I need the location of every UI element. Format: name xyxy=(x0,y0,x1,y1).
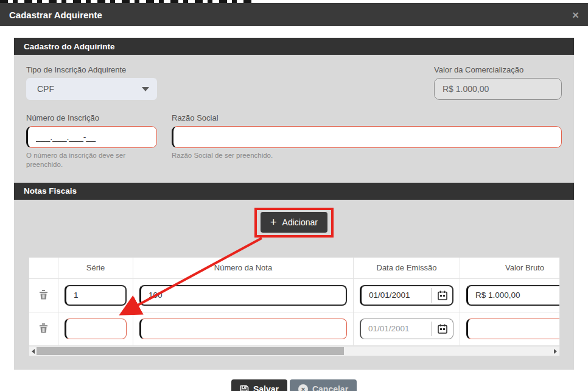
tipo-inscricao-label: Tipo de Inscrição Adquirente xyxy=(26,65,157,74)
col-actions xyxy=(29,258,58,278)
razao-social-label: Razão Social xyxy=(172,113,562,122)
calendar-icon[interactable] xyxy=(437,290,448,301)
calendar-icon[interactable] xyxy=(437,323,448,334)
valor-comercializacao-input[interactable] xyxy=(434,78,562,100)
valor-bruto-input[interactable] xyxy=(466,285,560,306)
valor-comercializacao-label: Valor da Comercialização xyxy=(434,65,562,74)
section-header-cadastro: Cadastro do Adquirinte xyxy=(14,38,574,55)
close-icon[interactable]: × xyxy=(572,9,579,21)
trash-icon xyxy=(39,289,48,300)
modal-footer: Salvar × Cancelar xyxy=(0,370,588,391)
save-button[interactable]: Salvar xyxy=(231,379,287,391)
tipo-inscricao-field: Tipo de Inscrição Adquirente CPF xyxy=(26,65,157,100)
plus-icon: + xyxy=(270,217,277,228)
numero-inscricao-error: O número da inscrição deve ser preenchid… xyxy=(26,151,151,169)
numero-inscricao-field: Número de Inscrição O número da inscriçã… xyxy=(26,113,157,169)
cancel-label: Cancelar xyxy=(312,384,348,391)
numero-inscricao-label: Número de Inscrição xyxy=(26,113,157,122)
numero-inscricao-input[interactable] xyxy=(26,126,157,148)
scroll-right-icon[interactable] xyxy=(554,349,557,354)
serie-input[interactable] xyxy=(65,319,127,339)
save-label: Salvar xyxy=(253,384,279,391)
table-row xyxy=(29,312,560,346)
save-icon xyxy=(240,385,249,391)
razao-social-input[interactable] xyxy=(172,126,562,148)
razao-social-field: Razão Social Razão Social de ser preench… xyxy=(172,113,562,169)
col-numero-nota: Número da Nota xyxy=(133,258,354,278)
serie-input[interactable] xyxy=(65,285,127,306)
adicionar-label: Adicionar xyxy=(282,217,318,227)
modal-body: Cadastro do Adquirinte Tipo de Inscrição… xyxy=(0,26,588,370)
table-row xyxy=(29,279,560,312)
cancel-button[interactable]: × Cancelar xyxy=(290,379,357,391)
section-title: Cadastro do Adquirinte xyxy=(24,42,115,51)
delete-row-button[interactable] xyxy=(37,322,51,336)
cadastro-form: Tipo de Inscrição Adquirente CPF Valor d… xyxy=(14,55,574,183)
scroll-left-icon[interactable] xyxy=(32,349,35,354)
numero-nota-input[interactable] xyxy=(139,285,347,306)
modal-header: Cadastrar Adquirente × xyxy=(0,3,588,26)
section-header-notas: Notas Fiscais xyxy=(14,183,574,200)
tipo-inscricao-value: CPF xyxy=(37,84,54,94)
col-valor-bruto: Valor Bruto xyxy=(460,258,560,278)
scrollbar-thumb[interactable] xyxy=(37,347,344,355)
numero-nota-input[interactable] xyxy=(139,319,347,339)
divider xyxy=(431,322,432,336)
section-title: Notas Fiscais xyxy=(24,186,77,196)
razao-social-error: Razão Social de ser preenchido. xyxy=(172,151,562,160)
horizontal-scrollbar[interactable] xyxy=(29,346,560,356)
divider xyxy=(431,288,432,303)
cancel-circle-icon: × xyxy=(298,384,308,391)
col-data-emissao: Data de Emissão xyxy=(354,258,460,278)
trash-icon xyxy=(39,323,48,333)
valor-comercializacao-field: Valor da Comercialização xyxy=(434,65,562,100)
table-header-row: Série Número da Nota Data de Emissão Val… xyxy=(29,258,560,279)
tipo-inscricao-select[interactable]: CPF xyxy=(26,78,157,100)
col-serie: Série xyxy=(58,258,133,278)
adicionar-button[interactable]: + Adicionar xyxy=(261,212,327,233)
notas-table: Série Número da Nota Data de Emissão Val… xyxy=(29,257,560,356)
notas-fiscais-section: + Adicionar Série Número da Nota Data de… xyxy=(14,200,574,370)
chevron-down-icon xyxy=(142,87,149,91)
modal-title: Cadastrar Adquirente xyxy=(9,10,102,20)
delete-row-button[interactable] xyxy=(37,289,51,302)
valor-bruto-input[interactable] xyxy=(466,319,560,339)
